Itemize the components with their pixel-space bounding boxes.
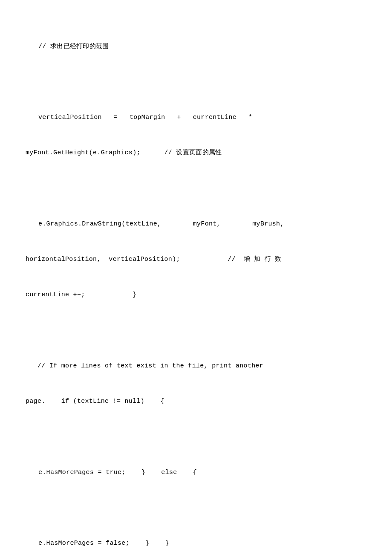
code-line-3: myFont.GetHeight(e.Graphics); // 设置页面的属性	[26, 147, 366, 159]
code-line-1: // 求出已经打印的范围	[26, 41, 366, 53]
code-line-blank-5	[26, 502, 366, 514]
code-line-7: // If more lines of text exist in the fi…	[26, 360, 366, 372]
code-line-5: horizontalPosition, verticalPosition); /…	[26, 254, 366, 266]
code-line-9: e.HasMorePages = true; } else {	[26, 467, 366, 479]
code-line-6: currentLine ++; }	[26, 289, 366, 301]
code-line-blank-1	[26, 76, 366, 88]
code-line-4: e.Graphics.DrawString(textLine, myFont, …	[26, 218, 366, 230]
code-line-10: e.HasMorePages = false; } }	[26, 538, 366, 549]
code-line-2: verticalPosition = topMargin + currentLi…	[26, 112, 366, 124]
code-line-blank-4	[26, 431, 366, 443]
code-line-8: page. if (textLine != null) {	[26, 396, 366, 408]
code-content: // 求出已经打印的范围 verticalPosition = topMargi…	[26, 17, 366, 555]
code-line-blank-2	[26, 183, 366, 195]
code-line-blank-3	[26, 325, 366, 337]
